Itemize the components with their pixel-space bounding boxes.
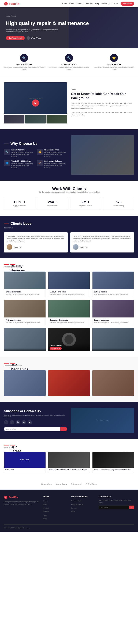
partner-1: ⊙ pandora: [41, 483, 52, 486]
service-desc-3: Item riders damage is caused for repairi…: [94, 294, 132, 296]
fast-delivery-icon: 🚀: [37, 160, 43, 166]
discover-more-button[interactable]: Discover More: [50, 347, 62, 350]
footer-link-home[interactable]: Home: [43, 500, 48, 502]
author-avatar-1: [7, 244, 12, 250]
logo-text: FastFix: [9, 2, 19, 5]
instagram-icon[interactable]: ◉: [22, 420, 26, 424]
service-card-4: Anti-Lock Service Item riders damage is …: [4, 300, 46, 325]
nav-contact[interactable]: Contact: [77, 2, 83, 5]
feature-vehicle-inspection: 🔍 Vehicle Inspection Lorem Ipsum have be…: [2, 52, 46, 72]
hero-title: High quality repair & maintenance: [6, 20, 132, 26]
footer-link-service[interactable]: Service: [43, 511, 49, 512]
subscribe-submit-button[interactable]: →: [60, 427, 67, 431]
nav-blog[interactable]: Blog: [95, 2, 99, 5]
news-header: Our Latest News News & Blog: [4, 445, 134, 449]
footer: F FastFix Getting the worst mountains fa…: [0, 490, 138, 532]
about-tag: About: [71, 88, 134, 90]
featured-card-3: [92, 328, 134, 351]
why-content: Why Choose Us 🔧 Expert Mechanics Repairi…: [4, 142, 67, 168]
nav-about[interactable]: About: [69, 2, 74, 5]
hero-description: It is beautifully designed is a very sma…: [6, 29, 65, 33]
subscribe-desc: Sign up for updates about early registra…: [4, 414, 67, 418]
author-name-1: Robin Tan: [14, 246, 22, 248]
logo[interactable]: F FastFix: [4, 2, 19, 6]
nav-team[interactable]: Team: [113, 2, 118, 5]
testimonials-header: Clients Love: [4, 222, 134, 226]
footer-link-careers[interactable]: Careers: [71, 507, 76, 509]
stat-number-3: 2M +: [72, 200, 99, 204]
footer-link-brand[interactable]: Brand: [71, 511, 75, 512]
news-title-2: Wear and Tear: The Result of Maintenance…: [50, 469, 88, 471]
feature-desc-2: Lorem Ipsum have been the industry's sta…: [48, 66, 90, 70]
about-section: Mechanic at work ▶ About Get to Know Rel…: [0, 76, 138, 130]
news-grid: Hello world! Hello world! Wear and Tear:…: [4, 452, 134, 473]
get-appointment-button[interactable]: Get Appointment: [6, 36, 25, 40]
why-item-3: 👥 Trusted by 1000 Clients Repairing mech…: [4, 160, 34, 168]
facebook-icon[interactable]: f: [4, 420, 8, 424]
testimonial-text-1: Far far away, Printing has no control ab…: [7, 235, 65, 242]
youtube-icon[interactable]: ▶: [28, 420, 32, 424]
footer-link-contact[interactable]: Contact: [43, 507, 49, 509]
hero-buttons: Get Appointment ▶ Watch Video: [6, 36, 132, 40]
linkedin-icon[interactable]: in: [16, 420, 20, 424]
nav-home[interactable]: Home: [62, 2, 67, 5]
subscribe-image: Car dashboard: [71, 408, 134, 433]
thumbnail-3: [47, 114, 67, 124]
footer-links-1: Home About Contact Service Team Blog: [43, 499, 67, 520]
featured-card-tires: Tires Services Discover More: [48, 328, 90, 351]
news-line: [4, 445, 9, 446]
testimonial-grid: Far far away, Printing has no control ab…: [4, 232, 134, 252]
about-play-button[interactable]: ▶: [32, 100, 39, 106]
nav-service[interactable]: Service: [86, 2, 92, 5]
watch-video-button[interactable]: ▶ Watch Video: [27, 36, 41, 40]
stat-label-2: Project complete: [39, 205, 66, 206]
feature-desc-3: Lorem Ipsum have been the industry's sta…: [93, 66, 135, 70]
news-info-2: Wear and Tear: The Result of Maintenance…: [48, 468, 90, 473]
footer-contact-btn[interactable]: →: [129, 506, 134, 509]
footer-contact-form: →: [99, 506, 134, 509]
why-item-2: 💰 Reasonable Price Repairing mechanics i…: [37, 149, 67, 157]
why-item-1: 🔧 Expert Mechanics Repairing mechanics i…: [4, 149, 34, 157]
service-desc-5: Item riders damage is caused for repairi…: [50, 322, 88, 324]
service-img-2: [48, 272, 90, 289]
service-info-4: Anti-Lock Service Item riders damage is …: [4, 318, 46, 325]
stats-heading: Work With Clients: [4, 186, 134, 191]
nav-testimonial[interactable]: Testimonial: [101, 2, 111, 5]
mechanic-card-3: [92, 370, 134, 396]
news-title-1: Hello world!: [5, 469, 44, 471]
service-desc-4: Item riders damage is caused for repairi…: [6, 322, 44, 324]
footer-email-input[interactable]: [99, 506, 129, 509]
services-header: Quality Services Professional Services: [4, 264, 134, 268]
footer-link-about[interactable]: About: [43, 504, 48, 505]
feature-title-2: Expert Mechanics: [48, 64, 90, 66]
service-img-4: [4, 300, 46, 318]
about-main-image: Mechanic at work: [4, 82, 67, 114]
why-item-3-desc: Repairing mechanics is the primary cause…: [12, 163, 34, 168]
footer-link-blog[interactable]: Blog: [43, 518, 47, 520]
feature-quality-services: ⭐ Quality Services Lorem Ipsum have been…: [92, 52, 136, 72]
subscribe-email-input[interactable]: [4, 427, 60, 431]
footer-links-2: Privacy policy Terms of Service Careers …: [71, 499, 95, 513]
stats-subtitle: Get the most amazing design with best si…: [4, 191, 134, 193]
about-desc-2: Lorem Ipsum have been the industry's sta…: [71, 111, 134, 116]
feature-title-3: Quality Services: [93, 64, 135, 66]
why-section: Why Choose Us 🔧 Expert Mechanics Repairi…: [0, 130, 138, 180]
subscribe-button[interactable]: Subscribe: [121, 2, 134, 6]
service-desc-2: Item riders damage is caused for repairi…: [50, 294, 88, 296]
why-item-2-desc: Repairing mechanics is the primary cause…: [44, 152, 67, 157]
footer-link-team[interactable]: Team: [43, 514, 47, 516]
footer-link-privacy[interactable]: Privacy policy: [71, 500, 81, 502]
footer-link-terms[interactable]: Terms of Service: [71, 504, 83, 505]
stats-grid: 1,658 + Happy customers 254 + Project co…: [4, 197, 134, 210]
news-card-3: Common Maintenance Neglect Issues in Veh…: [92, 452, 134, 473]
mechanics-heading: Our Mechanics: [11, 363, 15, 364]
service-img-3: [92, 272, 134, 289]
testimonial-card-1: Far far away, Printing has no control ab…: [4, 232, 68, 252]
service-title-6: Service Upgrades: [94, 319, 132, 321]
twitter-icon[interactable]: t: [10, 420, 14, 424]
service-card-1: Engine Diagnostic Item riders damage is …: [4, 272, 46, 297]
thumbnail-2: [25, 114, 46, 124]
featured-overlay-tires: Tires Services Discover More: [48, 343, 90, 351]
why-title: Why Choose Us: [4, 142, 67, 146]
footer-col-home: Home Home About Contact Service Team Blo…: [43, 496, 67, 520]
